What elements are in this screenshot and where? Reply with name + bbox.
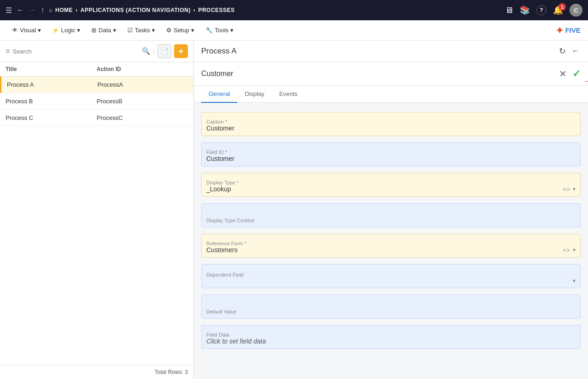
- sidebar-row-process-b[interactable]: Process B ProcessB: [0, 93, 193, 110]
- title-column-header: Title: [6, 66, 97, 72]
- tools-icon: 🔧: [205, 27, 213, 34]
- document-icon-button[interactable]: 📄: [157, 44, 171, 58]
- up-icon[interactable]: ↑: [41, 6, 44, 14]
- total-rows-label: Total Rows: 3: [155, 369, 188, 375]
- tools-label: Tools: [215, 27, 228, 34]
- data-arrow: ▾: [113, 27, 116, 34]
- monitor-icon[interactable]: 🖥: [505, 6, 513, 15]
- back-icon[interactable]: ←: [17, 6, 24, 14]
- form-content: Caption * Customer Field ID * Customer D…: [194, 103, 588, 358]
- home-label[interactable]: HOME: [55, 7, 73, 13]
- default-value-label: Default Value: [206, 309, 576, 314]
- caption-label: Caption *: [206, 119, 576, 124]
- display-type-context-label: Display Type Context: [206, 218, 576, 223]
- avatar[interactable]: C: [570, 4, 582, 17]
- field-data-field[interactable]: Field Data Click to set field data: [201, 325, 581, 349]
- detail-header-actions: ↻ ←: [558, 45, 581, 57]
- visual-label: Visual: [20, 27, 36, 34]
- sidebar: ≡ 🔍 | 📄 + Title Action ID Process A Proc…: [0, 41, 194, 379]
- display-type-context-field: Display Type Context: [201, 203, 581, 227]
- form-section-title: Customer: [201, 70, 233, 78]
- five-logo-text: FIVE: [565, 26, 581, 34]
- dependent-dropdown-chevron[interactable]: ▾: [573, 278, 576, 284]
- breadcrumb-sep-1: ›: [76, 7, 78, 13]
- reference-form-field: Reference Form * Customers <> ▾: [201, 234, 581, 258]
- display-type-row: _Lookup <> ▾: [206, 185, 576, 193]
- top-bar-left: ☰ ← → ↑ ⌂ HOME › APPLICATIONS (ACTION NA…: [6, 6, 501, 15]
- detail-panel: Process A ↻ ← Customer ✕ ✓ → General Dis…: [194, 41, 588, 379]
- field-data-label: Field Data: [206, 332, 576, 338]
- notification-count: 1: [558, 3, 566, 11]
- reference-form-icons[interactable]: <> ▾: [563, 247, 576, 254]
- five-logo: ✦ FIVE: [556, 25, 581, 36]
- dropdown-chevron[interactable]: ▾: [573, 186, 576, 192]
- tasks-icon: ☑: [127, 27, 133, 34]
- code-icon[interactable]: <>: [563, 186, 570, 193]
- caption-value: Customer: [206, 124, 576, 132]
- sidebar-column-headers: Title Action ID: [0, 62, 193, 77]
- field-data-value[interactable]: Click to set field data: [206, 338, 576, 345]
- tab-events[interactable]: Events: [272, 86, 305, 103]
- save-check-icon[interactable]: ✓: [572, 68, 581, 80]
- process-label[interactable]: PROCESSES: [198, 7, 234, 13]
- hamburger-icon[interactable]: ≡: [6, 47, 10, 55]
- setup-label: Setup: [174, 27, 189, 34]
- visual-menu[interactable]: 👁 Visual ▾: [7, 24, 46, 36]
- tab-display[interactable]: Display: [237, 86, 272, 103]
- menu-icon[interactable]: ☰: [6, 6, 12, 15]
- setup-arrow: ▾: [191, 27, 194, 34]
- form-section-actions: ✕ ✓ →: [559, 68, 581, 80]
- visual-icon: 👁: [12, 27, 18, 34]
- form-tabs: General Display Events: [194, 86, 588, 103]
- logic-arrow: ▾: [77, 27, 80, 34]
- notification-bell[interactable]: 🔔 1: [553, 5, 563, 15]
- search-input[interactable]: [12, 48, 138, 55]
- app-label[interactable]: APPLICATIONS (ACTION NAVIGATION): [80, 7, 191, 13]
- caption-field: Caption * Customer: [201, 112, 581, 136]
- data-label: Data: [98, 27, 111, 34]
- reference-dropdown-chevron[interactable]: ▾: [573, 247, 576, 253]
- main-layout: ≡ 🔍 | 📄 + Title Action ID Process A Proc…: [0, 41, 588, 379]
- close-icon[interactable]: ✕: [559, 68, 567, 79]
- reference-form-value: Customers: [206, 246, 238, 254]
- sidebar-list: Process A ProcessA Process B ProcessB Pr…: [0, 77, 193, 365]
- reference-form-label: Reference Form *: [206, 241, 576, 246]
- back-detail-icon[interactable]: ←: [570, 45, 581, 57]
- add-button[interactable]: +: [174, 44, 188, 58]
- tasks-arrow: ▾: [152, 27, 155, 34]
- visual-arrow: ▾: [38, 27, 41, 34]
- secondary-navigation-bar: 👁 Visual ▾ ⚡ Logic ▾ ⊞ Data ▾ ☑ Tasks ▾ …: [0, 20, 588, 41]
- data-menu[interactable]: ⊞ Data ▾: [87, 24, 120, 36]
- top-navigation-bar: ☰ ← → ↑ ⌂ HOME › APPLICATIONS (ACTION NA…: [0, 0, 588, 20]
- search-icon[interactable]: 🔍: [142, 47, 150, 55]
- detail-title: Process A: [201, 47, 237, 56]
- sidebar-row-process-c[interactable]: Process C ProcessC: [0, 110, 193, 126]
- process-c-id: ProcessC: [97, 114, 188, 121]
- breadcrumb-sep-2: ›: [193, 7, 196, 13]
- display-type-field: Display Type * _Lookup <> ▾: [201, 173, 581, 197]
- display-type-icons[interactable]: <> ▾: [563, 186, 576, 193]
- tasks-label: Tasks: [135, 27, 150, 34]
- field-id-value: Customer: [206, 155, 576, 162]
- reference-form-row: Customers <> ▾: [206, 246, 576, 254]
- logic-icon: ⚡: [52, 27, 59, 34]
- home-icon: ⌂: [49, 7, 53, 13]
- tab-general[interactable]: General: [201, 86, 237, 103]
- sidebar-toolbar: 🔍 | 📄 +: [142, 44, 188, 58]
- forward-icon[interactable]: →: [29, 6, 36, 14]
- sidebar-search-bar: ≡ 🔍 | 📄 +: [0, 41, 193, 62]
- setup-menu[interactable]: ⚙ Setup ▾: [162, 24, 199, 36]
- setup-icon: ⚙: [166, 27, 172, 34]
- five-logo-icon: ✦: [556, 25, 564, 36]
- reference-code-icon[interactable]: <>: [563, 247, 570, 254]
- logic-menu[interactable]: ⚡ Logic ▾: [48, 24, 85, 36]
- sidebar-row-process-a[interactable]: Process A ProcessA: [0, 77, 193, 93]
- help-icon[interactable]: ?: [536, 5, 546, 15]
- dependent-field-field: Dependent Field ▾: [201, 264, 581, 288]
- tools-menu[interactable]: 🔧 Tools ▾: [201, 24, 238, 36]
- detail-header: Process A ↻ ←: [194, 41, 588, 62]
- refresh-icon[interactable]: ↻: [558, 45, 567, 57]
- tasks-menu[interactable]: ☑ Tasks ▾: [123, 24, 160, 36]
- book-icon[interactable]: 📚: [520, 5, 530, 15]
- display-type-value: _Lookup: [206, 185, 231, 193]
